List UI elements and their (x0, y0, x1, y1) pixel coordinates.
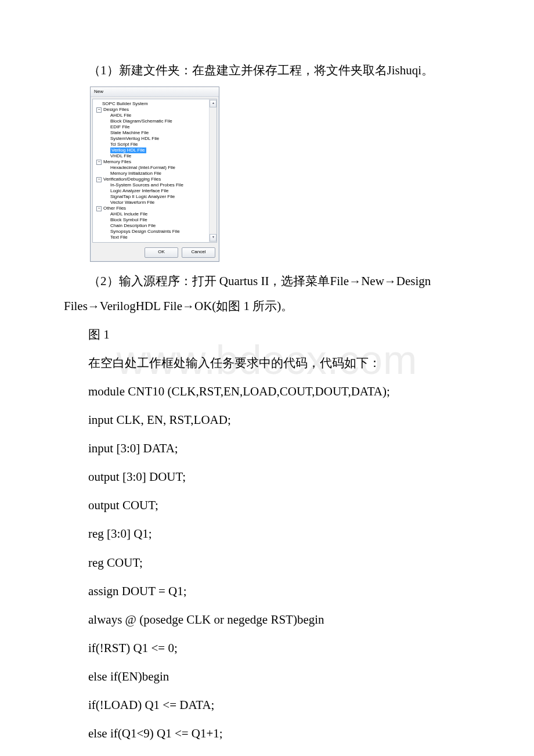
collapse-icon[interactable]: − (96, 177, 102, 182)
code-line-10: if(!RST) Q1 <= 0; (64, 636, 470, 661)
paragraph-3: 在空白处工作框处输入任务要求中的代码，代码如下： (64, 351, 470, 376)
code-line-6: reg [3:0] Q1; (64, 521, 470, 546)
selected-item: Verilog HDL File (110, 147, 146, 153)
scroll-down-icon[interactable]: ▾ (210, 234, 217, 242)
scroll-up-icon[interactable]: ▴ (210, 100, 217, 107)
tree-item-synopsys[interactable]: Synopsys Design Constraints File (96, 229, 208, 235)
code-line-4: output [3:0] DOUT; (64, 465, 470, 489)
collapse-icon[interactable]: − (96, 160, 102, 165)
dialog-scrollbar[interactable]: ▴ ▾ (209, 99, 217, 242)
tree-item-meminit[interactable]: Memory Initialization File (96, 171, 208, 177)
tree-item-chain[interactable]: Chain Description File (96, 223, 208, 229)
dialog-title: New (91, 87, 219, 97)
code-line-11: else if(EN)begin (64, 664, 470, 689)
dialog-window: New SOPC Builder System −Design Files AH… (90, 87, 219, 262)
tree-item-text[interactable]: Text File (96, 235, 208, 240)
tree-item-hex[interactable]: Hexadecimal (Intel-Format) File (96, 165, 208, 171)
tree-item-insys[interactable]: In-System Sources and Probes File (96, 182, 208, 188)
tree-item-sysv[interactable]: SystemVerilog HDL File (96, 136, 208, 142)
cancel-button[interactable]: Cancel (182, 247, 215, 258)
dialog-body: SOPC Builder System −Design Files AHDL F… (92, 99, 217, 243)
ok-button[interactable]: OK (145, 247, 178, 258)
tree-item-logic[interactable]: Logic Analyzer Interface File (96, 188, 208, 194)
tree-item-signal[interactable]: SignalTap II Logic Analyzer File (96, 194, 208, 200)
code-line-12: if(!LOAD) Q1 <= DATA; (64, 693, 470, 718)
code-line-7: reg COUT; (64, 550, 470, 575)
code-line-2: input CLK, EN, RST,LOAD; (64, 408, 470, 433)
tree-group-memory[interactable]: −Memory Files (96, 159, 208, 165)
tree-item-ahdl[interactable]: AHDL File (96, 113, 208, 118)
tree-group-label: Other Files (103, 206, 126, 211)
code-line-1: module CNT10 (CLK,RST,EN,LOAD,COUT,DOUT,… (64, 379, 470, 404)
collapse-icon[interactable]: − (96, 107, 102, 113)
collapse-icon[interactable]: − (96, 206, 102, 211)
tree-group-other[interactable]: −Other Files (96, 206, 208, 211)
new-dialog-screenshot: New SOPC Builder System −Design Files AH… (90, 87, 470, 262)
code-line-13: else if(Q1<9) Q1 <= Q1+1; (64, 721, 470, 746)
tree-item-state[interactable]: State Machine File (96, 130, 208, 136)
tree-item-vhdl[interactable]: VHDL File (96, 153, 208, 159)
dialog-button-row: OK Cancel (91, 244, 219, 261)
code-line-8: assign DOUT = Q1; (64, 579, 470, 604)
figure-caption-1: 图 1 (64, 322, 470, 347)
tree-item-sopc[interactable]: SOPC Builder System (96, 101, 208, 107)
paragraph-1: （1）新建文件夹：在盘建立并保存工程，将文件夹取名Jishuqi。 (64, 58, 470, 83)
tree-group-verif[interactable]: −Verification/Debugging Files (96, 177, 208, 182)
code-line-14: else Q1 <= 4'b0000;end (64, 750, 470, 756)
tree-item-verilog[interactable]: Verilog HDL File (96, 147, 208, 153)
tree-group-label: Design Files (103, 107, 129, 112)
tree-group-design[interactable]: −Design Files (96, 107, 208, 113)
tree-group-label: Verification/Debugging Files (103, 177, 161, 182)
tree-group-label: Memory Files (103, 159, 131, 164)
tree-item-blocksym[interactable]: Block Symbol File (96, 217, 208, 223)
file-type-tree[interactable]: SOPC Builder System −Design Files AHDL F… (93, 99, 209, 242)
page-content: （1）新建文件夹：在盘建立并保存工程，将文件夹取名Jishuqi。 New SO… (0, 0, 534, 756)
tree-item-vector[interactable]: Vector Waveform File (96, 200, 208, 206)
code-line-3: input [3:0] DATA; (64, 436, 470, 461)
code-line-9: always @ (posedge CLK or negedge RST)beg… (64, 607, 470, 632)
tree-item-edif[interactable]: EDIF File (96, 124, 208, 130)
paragraph-2: （2）输入源程序：打开 Quartus II，选择菜单File→New→Desi… (64, 269, 470, 319)
code-line-5: output COUT; (64, 493, 470, 518)
tree-item-tcl[interactable]: Tcl Script File (96, 142, 208, 147)
tree-item-ahdlinc[interactable]: AHDL Include File (96, 211, 208, 217)
tree-item-block[interactable]: Block Diagram/Schematic File (96, 118, 208, 124)
